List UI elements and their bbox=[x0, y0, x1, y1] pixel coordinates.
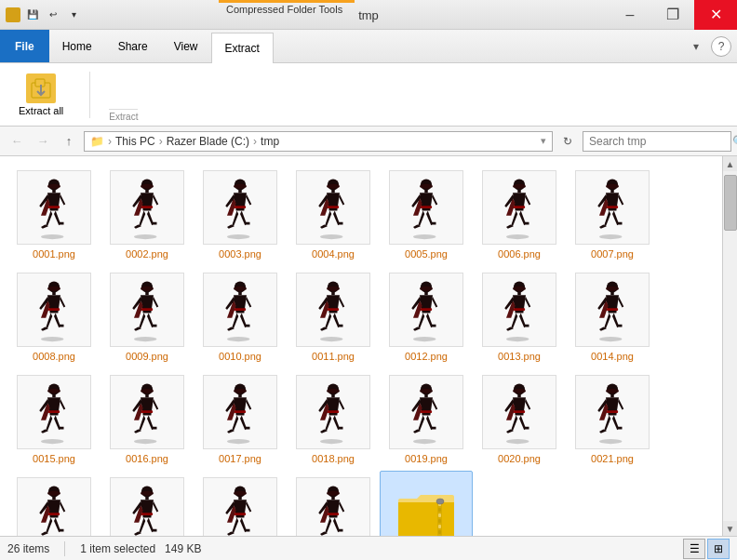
svg-rect-134 bbox=[438, 530, 441, 534]
file-item[interactable]: 0025.png bbox=[287, 471, 380, 536]
file-item[interactable]: 0015.png bbox=[7, 368, 100, 471]
file-item[interactable]: 0001.png bbox=[7, 164, 100, 266]
svg-point-73 bbox=[41, 439, 64, 444]
file-item[interactable]: 0012.png bbox=[380, 266, 473, 368]
scroll-thumb[interactable] bbox=[724, 175, 737, 231]
tab-file[interactable]: File bbox=[0, 30, 49, 62]
search-box[interactable]: 🔍 bbox=[583, 131, 731, 152]
close-btn[interactable]: ✕ bbox=[694, 0, 737, 30]
svg-rect-31 bbox=[517, 190, 521, 193]
tab-view[interactable]: View bbox=[161, 30, 211, 62]
back-btn[interactable]: ← bbox=[6, 130, 28, 153]
file-item[interactable]: 0018.png bbox=[287, 368, 380, 471]
scroll-track[interactable] bbox=[723, 171, 737, 521]
svg-rect-6 bbox=[52, 190, 56, 193]
file-item[interactable]: 0019.png bbox=[380, 368, 473, 471]
path-thispc: This PC bbox=[115, 135, 155, 148]
tab-row: File Home Share View Extract ▾ ? bbox=[0, 30, 737, 63]
qat-undo-btn[interactable]: ↩ bbox=[45, 7, 61, 23]
refresh-btn[interactable]: ↻ bbox=[556, 130, 579, 153]
file-label: 0012.png bbox=[405, 351, 448, 362]
svg-point-100 bbox=[513, 389, 526, 393]
path-folder-icon: 📁 bbox=[90, 135, 104, 148]
svg-point-43 bbox=[134, 337, 157, 341]
file-item[interactable]: 0020.png bbox=[473, 368, 566, 471]
file-item[interactable]: 0016.png bbox=[100, 368, 194, 471]
svg-point-48 bbox=[227, 337, 250, 341]
main-area: 0001.png 0002.png bbox=[0, 156, 737, 536]
view-details-btn[interactable]: ☰ bbox=[683, 539, 705, 559]
svg-point-68 bbox=[599, 337, 623, 341]
qat-dropdown-btn[interactable]: ▾ bbox=[65, 7, 82, 23]
file-thumbnail bbox=[110, 273, 184, 347]
qat-save-btn[interactable]: 💾 bbox=[24, 7, 41, 23]
file-item[interactable]: 0003.png bbox=[194, 164, 287, 266]
file-item[interactable]: 0002.png bbox=[100, 164, 194, 266]
svg-rect-106 bbox=[610, 394, 614, 398]
svg-rect-16 bbox=[238, 190, 242, 193]
file-thumbnail bbox=[296, 273, 370, 347]
file-label: 0011.png bbox=[312, 351, 355, 362]
svg-point-120 bbox=[234, 491, 247, 496]
title-bar-left: 💾 ↩ ▾ bbox=[0, 0, 87, 29]
search-input[interactable] bbox=[589, 135, 729, 148]
svg-rect-131 bbox=[438, 513, 441, 517]
file-label: 0005.png bbox=[405, 248, 448, 260]
file-item[interactable]: 0023.png bbox=[100, 471, 194, 536]
file-label: 0006.png bbox=[498, 248, 541, 260]
file-thumbnail bbox=[110, 375, 184, 449]
svg-rect-12 bbox=[141, 206, 153, 208]
compressed-tools-label: Compressed Folder Tools bbox=[219, 0, 350, 15]
file-thumbnail bbox=[17, 170, 91, 245]
tab-home[interactable]: Home bbox=[49, 30, 105, 62]
forward-btn[interactable]: → bbox=[32, 130, 54, 153]
status-divider bbox=[64, 541, 65, 556]
svg-point-58 bbox=[413, 337, 436, 341]
file-item[interactable]: 0006.png bbox=[473, 164, 566, 266]
minimize-btn[interactable]: – bbox=[609, 0, 651, 30]
file-item[interactable]: 0024.png bbox=[194, 471, 287, 536]
view-tiles-btn[interactable]: ⊞ bbox=[707, 539, 730, 559]
svg-point-103 bbox=[599, 439, 623, 444]
svg-point-90 bbox=[327, 389, 340, 393]
scroll-down-arrow[interactable]: ▼ bbox=[723, 521, 738, 536]
folder-item[interactable]: animationFrames bbox=[380, 471, 473, 536]
svg-rect-121 bbox=[238, 497, 242, 500]
tab-extract[interactable]: Extract bbox=[211, 33, 274, 63]
svg-point-70 bbox=[606, 287, 619, 291]
file-item[interactable]: 0010.png bbox=[194, 266, 287, 368]
file-thumbnail bbox=[110, 477, 184, 536]
svg-point-125 bbox=[327, 491, 340, 496]
ribbon-options-btn[interactable]: ▾ bbox=[685, 35, 707, 58]
file-item[interactable]: 0005.png bbox=[380, 164, 473, 266]
scrollbar[interactable]: ▲ ▼ bbox=[722, 156, 737, 536]
svg-rect-52 bbox=[234, 308, 246, 311]
address-path[interactable]: 📁 › This PC › Razer Blade (C:) › tmp ▾ bbox=[84, 131, 553, 152]
search-icon: 🔍 bbox=[732, 135, 737, 148]
maximize-btn[interactable]: ❐ bbox=[651, 0, 694, 30]
file-item[interactable]: 0008.png bbox=[7, 266, 100, 368]
ribbon-tab-area: Compressed Folder Tools bbox=[87, 0, 609, 29]
scroll-up-arrow[interactable]: ▲ bbox=[723, 156, 738, 171]
file-item[interactable]: 0021.png bbox=[566, 368, 659, 471]
window-controls: – ❐ ✕ bbox=[609, 0, 737, 29]
file-item[interactable]: 0009.png bbox=[100, 266, 194, 368]
file-thumbnail bbox=[296, 170, 370, 245]
up-btn[interactable]: ↑ bbox=[58, 130, 80, 153]
svg-point-60 bbox=[420, 287, 433, 291]
file-item[interactable]: 0017.png bbox=[194, 368, 287, 471]
extract-all-btn[interactable]: Extract all bbox=[11, 70, 71, 120]
file-item[interactable]: 0007.png bbox=[566, 164, 659, 266]
svg-rect-51 bbox=[238, 292, 242, 296]
svg-rect-87 bbox=[234, 410, 246, 413]
help-btn[interactable]: ? bbox=[711, 36, 731, 57]
file-item[interactable]: 0022.png bbox=[7, 471, 100, 536]
file-thumbnail bbox=[482, 375, 556, 449]
svg-rect-41 bbox=[52, 292, 56, 296]
file-item[interactable]: 0013.png bbox=[473, 266, 566, 368]
file-item[interactable]: 0004.png bbox=[287, 164, 380, 266]
file-item[interactable]: 0011.png bbox=[287, 266, 380, 368]
file-item[interactable]: 0014.png bbox=[566, 266, 659, 368]
tab-share[interactable]: Share bbox=[105, 30, 161, 62]
address-bar: ← → ↑ 📁 › This PC › Razer Blade (C:) › t… bbox=[0, 127, 737, 156]
